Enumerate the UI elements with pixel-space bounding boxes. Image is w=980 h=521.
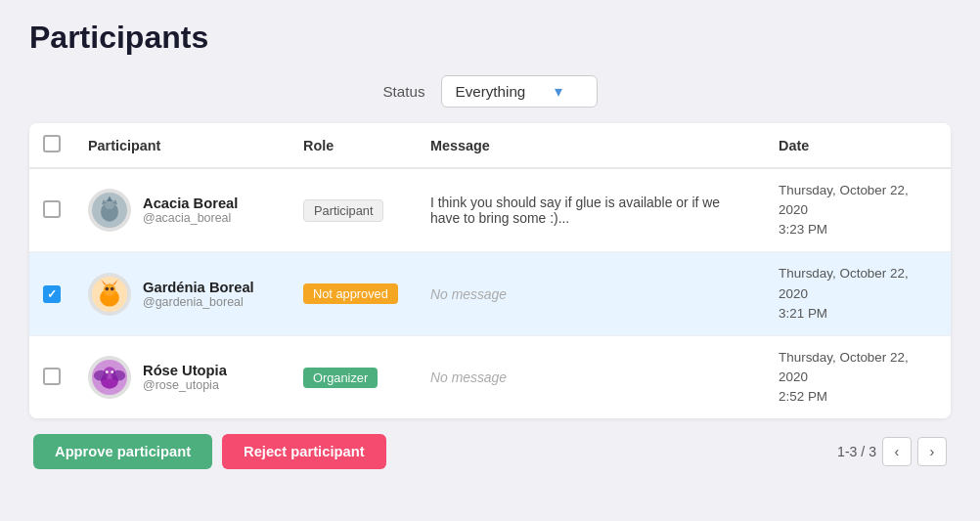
participant-info: Róse Utopia @rose_utopia bbox=[143, 363, 227, 392]
date-cell: Thursday, October 22,20203:23 PM bbox=[765, 168, 951, 252]
participant-name: Acacia Boreal bbox=[143, 195, 238, 211]
svg-point-19 bbox=[111, 370, 113, 373]
table-row: Róse Utopia @rose_utopia Organizer No me… bbox=[29, 335, 951, 418]
message-cell: No message bbox=[417, 252, 765, 335]
avatar bbox=[88, 273, 131, 316]
participant-info: Gardénia Boreal @gardenia_boreal bbox=[143, 280, 254, 309]
participant-info: Acacia Boreal @acacia_boreal bbox=[143, 195, 238, 225]
page-title: Participants bbox=[29, 20, 951, 56]
date-value: Thursday, October 22,20203:23 PM bbox=[779, 181, 937, 239]
role-cell: Not approved bbox=[290, 252, 417, 335]
action-buttons: Approve participant Reject participant bbox=[33, 434, 386, 469]
approve-participant-button[interactable]: Approve participant bbox=[33, 434, 212, 469]
pagination-info: 1-3 / 3 bbox=[837, 444, 876, 459]
status-filter-dropdown[interactable]: Everything ▾ bbox=[441, 75, 598, 108]
role-cell: Organizer bbox=[290, 335, 417, 418]
role-badge: Organizer bbox=[303, 368, 378, 388]
participant-handle: @gardenia_boreal bbox=[143, 295, 254, 309]
svg-point-11 bbox=[106, 287, 110, 291]
avatar bbox=[88, 356, 131, 399]
participant-cell: Gardénia Boreal @gardenia_boreal bbox=[74, 252, 290, 335]
participants-table-container: Participant Role Message Date bbox=[29, 123, 951, 418]
participant-cell: Róse Utopia @rose_utopia bbox=[74, 335, 290, 418]
filter-bar: Status Everything ▾ bbox=[29, 75, 951, 108]
participant-cell: Acacia Boreal @acacia_boreal bbox=[74, 168, 290, 252]
row-checkbox[interactable] bbox=[43, 285, 61, 303]
col-date: Date bbox=[765, 123, 951, 168]
col-message: Message bbox=[417, 123, 765, 168]
bottom-bar: Approve participant Reject participant 1… bbox=[29, 434, 951, 469]
message-cell: No message bbox=[417, 335, 765, 418]
date-value: Thursday, October 22,20202:52 PM bbox=[779, 348, 937, 407]
col-participant: Participant bbox=[74, 123, 290, 168]
row-checkbox-cell[interactable] bbox=[29, 252, 74, 335]
participant-name: Gardénia Boreal bbox=[143, 280, 254, 295]
message-cell: I think you should say if glue is availa… bbox=[417, 168, 765, 252]
date-cell: Thursday, October 22,20203:21 PM bbox=[765, 252, 951, 335]
col-role: Role bbox=[290, 123, 417, 168]
row-checkbox[interactable] bbox=[43, 200, 61, 218]
message-text: No message bbox=[430, 286, 507, 302]
date-cell: Thursday, October 22,20202:52 PM bbox=[765, 335, 951, 418]
avatar bbox=[88, 189, 131, 232]
pagination: 1-3 / 3 ‹ › bbox=[837, 437, 947, 466]
filter-label: Status bbox=[382, 83, 424, 100]
svg-point-12 bbox=[111, 287, 114, 291]
reject-participant-button[interactable]: Reject participant bbox=[222, 434, 386, 469]
filter-value: Everything bbox=[456, 83, 526, 100]
role-badge: Participant bbox=[303, 199, 383, 222]
select-all-header[interactable] bbox=[29, 123, 74, 168]
row-checkbox-cell[interactable] bbox=[29, 335, 74, 418]
message-text: I think you should say if glue is availa… bbox=[430, 195, 720, 226]
role-cell: Participant bbox=[290, 168, 417, 252]
row-checkbox[interactable] bbox=[43, 368, 61, 385]
next-page-button[interactable]: › bbox=[917, 437, 947, 466]
date-value: Thursday, October 22,20203:21 PM bbox=[779, 264, 937, 323]
prev-page-button[interactable]: ‹ bbox=[882, 437, 912, 466]
chevron-down-icon: ▾ bbox=[555, 82, 562, 101]
table-body: Acacia Boreal @acacia_boreal Participant… bbox=[29, 168, 951, 418]
table-row: Acacia Boreal @acacia_boreal Participant… bbox=[29, 168, 951, 252]
role-badge: Not approved bbox=[303, 283, 398, 304]
table-row: Gardénia Boreal @gardenia_boreal Not app… bbox=[29, 252, 951, 335]
svg-point-8 bbox=[104, 283, 116, 296]
row-checkbox-cell[interactable] bbox=[29, 168, 74, 252]
message-text: No message bbox=[430, 369, 507, 385]
select-all-checkbox[interactable] bbox=[43, 135, 61, 152]
participant-handle: @rose_utopia bbox=[143, 378, 227, 392]
participant-name: Róse Utopia bbox=[143, 363, 227, 378]
participants-table: Participant Role Message Date bbox=[29, 123, 951, 418]
participant-handle: @acacia_boreal bbox=[143, 211, 238, 225]
table-header-row: Participant Role Message Date bbox=[29, 123, 951, 168]
svg-point-18 bbox=[106, 370, 109, 373]
